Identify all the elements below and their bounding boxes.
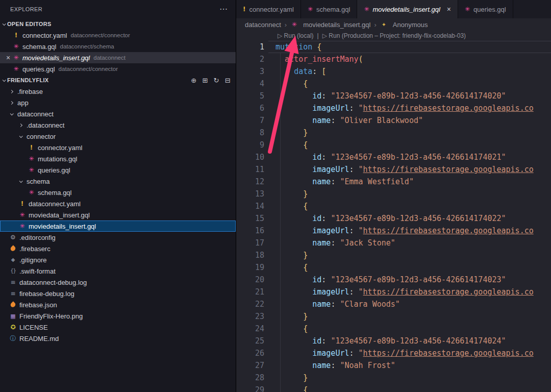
code-line-9[interactable]: 9 { xyxy=(236,139,551,151)
line-number: 17 xyxy=(236,237,264,249)
code-line-content: id: "123e4567-e89b-12d3-a456-42661417402… xyxy=(276,212,506,225)
code-line-25[interactable]: 25 id: "123e4567-e89b-12d3-a456-42661417… xyxy=(236,335,551,347)
code-line-8[interactable]: 8 } xyxy=(236,127,551,139)
code-line-5[interactable]: 5 id: "123e4567-e89b-12d3-a456-426614174… xyxy=(236,90,551,102)
code-line-29[interactable]: 29 { xyxy=(236,384,551,392)
breadcrumb-separator: › xyxy=(285,21,287,29)
open-editor-moviedetails_insert.gql[interactable]: ×✳moviedetails_insert.gqldataconnect xyxy=(0,52,236,63)
code-line-15[interactable]: 15 id: "123e4567-e89b-12d3-a456-42661417… xyxy=(236,212,551,225)
open-editor-path: dataconnect xyxy=(93,55,126,61)
open-editors-section-header[interactable]: OPEN EDITORS xyxy=(0,18,236,30)
code-line-content: id: "123e4567-e89b-12d3-a456-42661417402… xyxy=(276,151,506,163)
file-.firebaserc[interactable]: .firebaserc xyxy=(0,243,236,254)
code-line-11[interactable]: 11 imageUrl: "https://firebasestorage.go… xyxy=(236,163,551,176)
gql-icon: ✳ xyxy=(290,21,298,28)
file-README.md[interactable]: ⓘREADME.md xyxy=(0,333,236,344)
open-editor-path: dataconnect/connector xyxy=(59,66,118,72)
line-number: 4 xyxy=(236,78,264,90)
code-line-10[interactable]: 10 id: "123e4567-e89b-12d3-a456-42661417… xyxy=(236,151,551,163)
refresh-icon[interactable]: ↻ xyxy=(214,77,219,84)
code-line-13[interactable]: 13 } xyxy=(236,188,551,200)
item-label: dataconnect xyxy=(17,110,54,118)
file-schema.gql[interactable]: ✳schema.gql xyxy=(0,187,236,198)
open-editor-schema.gql[interactable]: ✳schema.gqldataconnect/schema xyxy=(0,41,236,52)
project-section-header[interactable]: FRIENDLYFLIX ⊕⊞↻⊟ xyxy=(0,75,236,86)
gql-icon: ✳ xyxy=(18,212,26,218)
folder-.dataconnect[interactable]: .dataconnect xyxy=(0,119,236,131)
new-folder-icon[interactable]: ⊞ xyxy=(202,77,208,84)
more-actions-icon[interactable]: ⋯ xyxy=(219,5,228,13)
code-line-4[interactable]: 4 { xyxy=(236,78,551,90)
code-line-19[interactable]: 19 { xyxy=(236,261,551,274)
folder-dataconnect[interactable]: dataconnect xyxy=(0,108,236,119)
code-line-18[interactable]: 18 } xyxy=(236,249,551,261)
tab-queries.gql[interactable]: ✳queries.gql xyxy=(458,0,513,18)
open-editor-queries.gql[interactable]: ✳queries.gqldataconnect/connector xyxy=(0,63,236,75)
code-line-24[interactable]: 24 { xyxy=(236,323,551,335)
close-editor-icon[interactable]: × xyxy=(4,54,12,61)
tab-moviedetails_insert.gql[interactable]: ✳moviedetails_insert.gql× xyxy=(357,0,458,18)
item-label: mutations.gql xyxy=(38,155,77,163)
run-production-link[interactable]: ▷ Run (Production – Project: friendly-fl… xyxy=(322,32,466,39)
file-firebase-debug.log[interactable]: ≡firebase-debug.log xyxy=(0,288,236,299)
item-label: connector xyxy=(27,133,56,140)
code-line-27[interactable]: 27 name: "Noah Frost" xyxy=(236,359,551,372)
run-local-link[interactable]: ▷ Run (local) xyxy=(278,32,314,39)
file-mutations.gql[interactable]: ✳mutations.gql xyxy=(0,153,236,164)
code-line-26[interactable]: 26 imageUrl: "https://firebasestorage.go… xyxy=(236,347,551,359)
code-line-28[interactable]: 28 } xyxy=(236,372,551,384)
line-number: 10 xyxy=(236,151,264,163)
code-line-17[interactable]: 17 name: "Jack Stone" xyxy=(236,237,551,249)
file-firebase.json[interactable]: firebase.json xyxy=(0,299,236,310)
code-line-12[interactable]: 12 name: "Emma Westfield" xyxy=(236,176,551,188)
run-icon: ▷ xyxy=(322,32,327,39)
breadcrumb-separator: › xyxy=(374,21,376,29)
item-label: .swift-format xyxy=(19,267,56,275)
code-line-14[interactable]: 14 { xyxy=(236,200,551,212)
explorer-sidebar: EXPLORER ⋯ OPEN EDITORS !connector.yamld… xyxy=(0,0,236,392)
code-line-1[interactable]: 1mutation { xyxy=(236,41,551,53)
file-queries.gql[interactable]: ✳queries.gql xyxy=(0,164,236,176)
collapse-all-icon[interactable]: ⊟ xyxy=(225,77,231,84)
code-line-16[interactable]: 16 imageUrl: "https://firebasestorage.go… xyxy=(236,225,551,237)
breadcrumb-item-Anonymous[interactable]: ✦Anonymous xyxy=(380,21,428,29)
file-.editorconfig[interactable]: ⚙.editorconfig xyxy=(0,232,236,243)
line-number: 5 xyxy=(236,90,264,102)
open-editors-list: !connector.yamldataconnect/connector✳sch… xyxy=(0,30,236,75)
line-number: 8 xyxy=(236,127,264,139)
open-editor-connector.yaml[interactable]: !connector.yamldataconnect/connector xyxy=(0,30,236,41)
explorer-header: EXPLORER ⋯ xyxy=(0,0,236,18)
tab-schema.gql[interactable]: ✳schema.gql xyxy=(301,0,358,18)
folder-app[interactable]: app xyxy=(0,97,236,108)
folder-.firebase[interactable]: .firebase xyxy=(0,86,236,97)
breadcrumb-item-moviedetails_insert.gql[interactable]: ✳moviedetails_insert.gql xyxy=(290,21,370,29)
gql-icon: ✳ xyxy=(12,66,20,72)
file-moviedata_insert.gql[interactable]: ✳moviedata_insert.gql xyxy=(0,209,236,220)
code-line-2[interactable]: 2 actor_insertMany( xyxy=(236,53,551,65)
file-.swift-format[interactable]: {}.swift-format xyxy=(0,265,236,277)
tab-connector.yaml[interactable]: !connector.yaml xyxy=(236,0,301,18)
file-FriendlyFlix-Hero.png[interactable]: ▦FriendlyFlix-Hero.png xyxy=(0,310,236,322)
code-line-content: imageUrl: "https://firebasestorage.googl… xyxy=(276,225,534,237)
folder-schema[interactable]: schema xyxy=(0,176,236,187)
code-line-6[interactable]: 6 imageUrl: "https://firebasestorage.goo… xyxy=(236,102,551,114)
indent-guide xyxy=(280,53,281,392)
file-dataconnect-debug.log[interactable]: ≡dataconnect-debug.log xyxy=(0,277,236,288)
file-LICENSE[interactable]: ✪LICENSE xyxy=(0,322,236,333)
code-line-23[interactable]: 23 } xyxy=(236,310,551,323)
code-line-20[interactable]: 20 id: "123e4567-e89b-12d3-a456-42661417… xyxy=(236,274,551,286)
file-connector.yaml[interactable]: !connector.yaml xyxy=(0,142,236,153)
breadcrumb-item-dataconnect[interactable]: dataconnect xyxy=(245,21,281,29)
code-line-7[interactable]: 7 name: "Oliver Blackwood" xyxy=(236,114,551,127)
file-dataconnect.yaml[interactable]: !dataconnect.yaml xyxy=(0,198,236,209)
warning-icon: ! xyxy=(12,32,20,38)
file-moviedetails_insert.gql[interactable]: ✳moviedetails_insert.gql xyxy=(0,220,236,232)
code-line-21[interactable]: 21 imageUrl: "https://firebasestorage.go… xyxy=(236,286,551,298)
folder-connector[interactable]: connector xyxy=(0,131,236,142)
code-line-22[interactable]: 22 name: "Clara Woods" xyxy=(236,298,551,310)
code-line-3[interactable]: 3 data: [ xyxy=(236,65,551,78)
new-file-icon[interactable]: ⊕ xyxy=(191,77,196,84)
close-tab-icon[interactable]: × xyxy=(447,6,451,13)
file-.gitignore[interactable]: ◆.gitignore xyxy=(0,254,236,265)
editor[interactable]: ▷ Run (local)|▷ Run (Production – Projec… xyxy=(236,31,551,392)
